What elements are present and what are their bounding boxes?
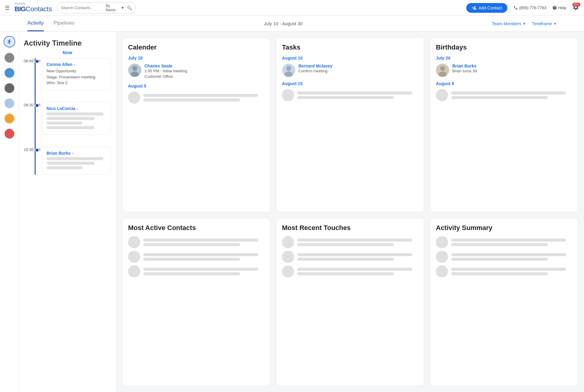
brian-burks-avatar xyxy=(436,64,449,77)
timeline-name-2: Nico LaCorcia - xyxy=(47,106,106,111)
date-range: July 10 - August 30 xyxy=(264,21,303,26)
tasks-date2: August 15 xyxy=(282,81,418,86)
svg-point-4 xyxy=(286,66,291,71)
skel-circle-10 xyxy=(436,236,448,248)
help-text: Help xyxy=(558,5,566,10)
skeleton-3 xyxy=(47,122,82,125)
timeframe-chevron: ▼ xyxy=(553,22,557,26)
phone-text: (855) 776-7763 xyxy=(519,5,546,10)
skeleton-1 xyxy=(47,112,103,115)
most-recent-row-2 xyxy=(282,251,418,263)
most-active-panel: Most Active Contacts xyxy=(122,218,270,386)
by-name-dropdown[interactable]: By Name ▼ xyxy=(106,4,124,12)
calendar-title: Calender xyxy=(128,43,264,51)
search-bar: By Name ▼ 🔍 xyxy=(57,2,136,14)
tasks-entry-name-1: Bernard Mclavey xyxy=(298,64,332,68)
svg-point-7 xyxy=(440,66,445,71)
side-icon-light-blue[interactable] xyxy=(5,98,14,108)
svg-point-1 xyxy=(132,66,137,71)
tasks-entry-1: Bernard Mclavey Confirm meeting xyxy=(282,64,418,77)
calendar-skeleton-row xyxy=(128,91,264,104)
skel-lines-10 xyxy=(451,237,572,248)
skel-circle-8 xyxy=(282,251,294,263)
timeline-name-1: Connie Allen - xyxy=(47,62,106,67)
add-contact-label: Add Contact xyxy=(478,5,502,10)
main-layout: Activity Timeline Now 08:49 AM Connie Al… xyxy=(0,32,584,392)
timeline-entry-2: 09:30 AM Nico LaCorcia - xyxy=(42,102,111,135)
skel-lines-4 xyxy=(143,237,264,248)
search-icon[interactable]: 🔍 xyxy=(127,5,132,10)
timeline-card-2[interactable]: Nico LaCorcia - xyxy=(42,102,111,135)
tasks-skeleton-row xyxy=(282,89,418,101)
birthdays-entry-name-1: Brian Burks xyxy=(452,64,477,68)
skel-lines-5 xyxy=(143,252,264,262)
skel-circle-9 xyxy=(282,265,294,277)
most-recent-row-3 xyxy=(282,265,418,277)
timeline-entry-3: 10:30 AM Brian Burks - xyxy=(42,147,111,175)
birthdays-entry-sub-1: Brian turns 39 xyxy=(452,68,477,74)
skel-lines-1 xyxy=(143,92,264,103)
timeline-entry-1: 08:49 AM Connie Allen - New Opportunity … xyxy=(42,58,111,90)
logo[interactable]: ProProfs BIG Contacts xyxy=(15,2,52,13)
tasks-entry-sub-1: Confirm meeting xyxy=(298,68,332,74)
skeleton-6 xyxy=(47,162,95,165)
skel-lines-2 xyxy=(297,90,418,101)
most-recent-title: Most Recent Touches xyxy=(282,224,418,232)
calendar-date2: August 5 xyxy=(128,84,264,88)
timeline-card-3[interactable]: Brian Burks - xyxy=(42,147,111,175)
side-icons-panel xyxy=(0,32,19,392)
skeleton-7 xyxy=(47,166,82,169)
tab-activity[interactable]: Activity xyxy=(27,16,44,31)
birthdays-date2: August 9 xyxy=(436,81,572,86)
side-icon-gray1[interactable] xyxy=(5,53,14,63)
skel-circle-1 xyxy=(128,91,140,104)
add-contact-button[interactable]: Add Contact xyxy=(466,3,507,13)
skel-circle-11 xyxy=(436,251,448,263)
most-active-title: Most Active Contacts xyxy=(128,224,264,232)
timeline-card-1[interactable]: Connie Allen - New Opportunity Stage: Pr… xyxy=(42,58,111,90)
by-name-chevron: ▼ xyxy=(121,6,124,10)
activity-icon xyxy=(6,39,12,45)
timeframe-label: Timeframe xyxy=(532,21,552,26)
help-link[interactable]: Help xyxy=(552,5,566,10)
tabsbar-right: Team Members ▼ Timeframe ▼ xyxy=(492,21,557,26)
topnav-right: Add Contact (855) 776-7763 Help 25% xyxy=(466,3,579,13)
phone-number[interactable]: (855) 776-7763 xyxy=(513,5,546,10)
timeline-title: Activity Timeline xyxy=(24,39,111,47)
most-recent-panel: Most Recent Touches xyxy=(276,218,424,386)
help-icon xyxy=(552,5,557,10)
birthdays-entry-info-1: Brian Burks Brian turns 39 xyxy=(452,64,477,74)
most-active-row-1 xyxy=(128,236,264,248)
side-icon-gray2[interactable] xyxy=(5,83,14,93)
search-input[interactable] xyxy=(61,5,103,10)
skeleton-2 xyxy=(47,117,95,120)
timeframe-button[interactable]: Timeframe ▼ xyxy=(532,21,557,26)
timeline-dot-2 xyxy=(35,103,39,108)
settings-button[interactable]: 25% xyxy=(572,4,579,12)
most-active-row-2 xyxy=(128,251,264,263)
timeline-detail-1: New Opportunity Stage: Presentaion meeti… xyxy=(47,68,106,86)
settings-badge-value: 25% xyxy=(572,3,580,6)
hamburger-menu[interactable]: ☰ xyxy=(5,5,10,11)
most-recent-row-1 xyxy=(282,236,418,248)
charies-seale-avatar xyxy=(128,64,141,77)
skel-lines-8 xyxy=(297,252,418,262)
tab-pipelines[interactable]: Pipelines xyxy=(54,16,75,31)
birthdays-entry-1: Brian Burks Brian turns 39 xyxy=(436,64,572,77)
right-panels: Calender July 19 Charies Seale 1:00 PM -… xyxy=(116,32,584,392)
team-members-label: Team Members xyxy=(492,21,521,26)
birthdays-date1: July 20 xyxy=(436,56,572,60)
activity-summary-panel: Activity Summary xyxy=(430,218,578,386)
side-icon-red[interactable] xyxy=(5,129,14,139)
by-name-label: By Name xyxy=(106,4,120,12)
team-members-chevron: ▼ xyxy=(523,22,526,26)
team-members-button[interactable]: Team Members ▼ xyxy=(492,21,526,26)
top-navigation: ☰ ProProfs BIG Contacts By Name ▼ 🔍 Add … xyxy=(0,0,584,16)
side-icon-orange[interactable] xyxy=(5,114,14,123)
side-icon-active[interactable] xyxy=(4,36,15,47)
side-icon-blue[interactable] xyxy=(5,68,14,78)
tasks-title: Tasks xyxy=(282,43,418,51)
skel-lines-11 xyxy=(451,252,572,262)
skel-circle-2 xyxy=(282,89,294,101)
timeline-name-3: Brian Burks - xyxy=(47,151,106,156)
